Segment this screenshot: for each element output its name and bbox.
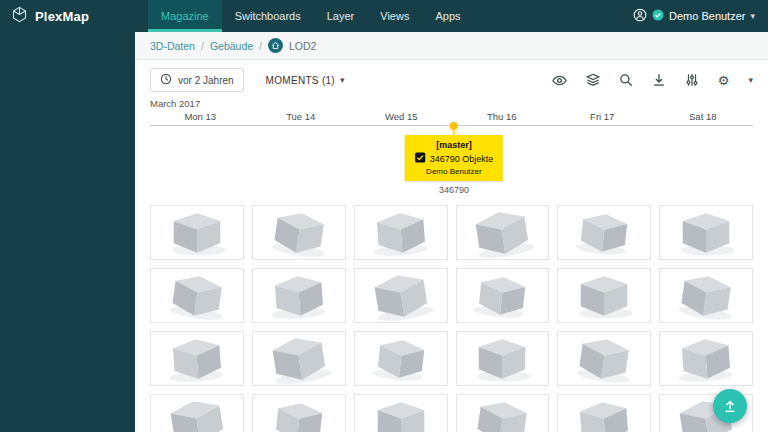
building-3d-render	[563, 394, 646, 432]
building-3d-render	[257, 268, 340, 323]
building-3d-render	[459, 394, 545, 432]
day-label: Tue 14	[251, 111, 352, 125]
chevron-down-icon: ▾	[340, 75, 345, 85]
building-thumbnail[interactable]	[659, 205, 753, 260]
building-3d-render	[154, 268, 240, 323]
moment-tag: [master]	[415, 140, 494, 150]
nav-item-views[interactable]: Views	[367, 0, 422, 32]
building-3d-render	[361, 397, 441, 432]
building-thumbnail[interactable]	[557, 205, 651, 260]
building-thumbnail[interactable]	[252, 394, 346, 432]
building-thumbnail[interactable]	[150, 394, 244, 432]
chevron-down-icon: ▾	[748, 76, 753, 85]
day-label: Fri 17	[552, 111, 653, 125]
building-3d-render	[258, 394, 339, 432]
main-nav: Magazine Switchboards Layer Views Apps	[148, 0, 474, 32]
nav-item-label: Magazine	[161, 10, 209, 22]
building-3d-render	[360, 331, 441, 386]
search-icon	[619, 73, 633, 87]
building-thumbnail[interactable]	[252, 331, 346, 386]
building-thumbnail[interactable]	[354, 394, 448, 432]
chevron-down-icon: ▾	[750, 11, 755, 21]
sliders-icon	[685, 73, 699, 87]
download-button[interactable]	[652, 73, 666, 87]
gear-icon: ⚙	[718, 74, 730, 87]
building-thumbnail[interactable]	[354, 205, 448, 260]
building-thumbnail[interactable]	[557, 268, 651, 323]
building-thumbnail[interactable]	[557, 331, 651, 386]
nav-item-label: Apps	[435, 10, 460, 22]
thumbnail-grid	[135, 199, 768, 432]
breadcrumb-link-gebaeude[interactable]: Gebäude	[210, 40, 253, 52]
month-label: March 2017	[135, 92, 768, 111]
download-icon	[652, 73, 666, 87]
checkbox-icon	[415, 152, 426, 165]
building-thumbnail[interactable]	[456, 268, 550, 323]
timeline: Mon 13Tue 14Wed 15Thu 16Fri 17Sat 18 [ma…	[150, 111, 753, 199]
moment-tooltip: [master] 346790 Objekte Demo Benutzer	[405, 135, 504, 181]
building-3d-render	[664, 331, 747, 386]
building-3d-render	[157, 208, 237, 258]
building-3d-render	[564, 205, 645, 260]
marker-dot-icon	[450, 122, 458, 130]
breadcrumb: 3D-Daten / Gebäude / LOD2	[135, 32, 768, 60]
building-thumbnail[interactable]	[354, 331, 448, 386]
nav-item-label: Layer	[327, 10, 355, 22]
building-3d-render	[456, 205, 548, 260]
user-avatar-icon	[633, 8, 647, 24]
search-button[interactable]	[619, 73, 633, 87]
user-menu[interactable]: Demo Benutzer ▾	[633, 0, 768, 32]
building-3d-render	[256, 205, 342, 260]
building-thumbnail[interactable]	[659, 268, 753, 323]
brand-name: PlexMap	[35, 9, 89, 24]
day-label: Sat 18	[653, 111, 754, 125]
building-thumbnail[interactable]	[150, 268, 244, 323]
nav-item-magazine[interactable]: Magazine	[148, 0, 222, 32]
building-thumbnail[interactable]	[252, 205, 346, 260]
building-thumbnail[interactable]	[456, 205, 550, 260]
upload-icon	[722, 398, 738, 414]
filter-button[interactable]	[685, 73, 699, 87]
building-thumbnail[interactable]	[659, 331, 753, 386]
plexmap-logo-icon	[11, 6, 28, 26]
nav-item-apps[interactable]: Apps	[422, 0, 473, 32]
eye-icon	[552, 73, 567, 88]
clock-icon	[160, 73, 172, 87]
building-3d-render	[666, 208, 746, 258]
building-thumbnail[interactable]	[557, 394, 651, 432]
brand: PlexMap	[0, 0, 135, 32]
main-content: 3D-Daten / Gebäude / LOD2 vor 2 Jahren M…	[135, 32, 768, 432]
user-name: Demo Benutzer	[669, 10, 745, 22]
moments-label: MOMENTS (1)	[266, 75, 335, 86]
upload-fab[interactable]	[713, 389, 747, 423]
visibility-button[interactable]	[552, 73, 567, 88]
nav-item-label: Views	[380, 10, 409, 22]
moment-author: Demo Benutzer	[415, 167, 494, 176]
building-3d-render	[253, 331, 345, 386]
building-thumbnail[interactable]	[456, 331, 550, 386]
building-thumbnail[interactable]	[150, 331, 244, 386]
object-count: 346790	[439, 185, 469, 195]
building-3d-render	[151, 394, 243, 432]
nav-item-switchboards[interactable]: Switchboards	[222, 0, 314, 32]
time-filter-button[interactable]: vor 2 Jahren	[150, 68, 244, 92]
settings-button[interactable]: ⚙	[718, 74, 730, 87]
building-thumbnail[interactable]	[456, 394, 550, 432]
moment-marker[interactable]: [master] 346790 Objekte Demo Benutzer	[405, 122, 504, 181]
moments-dropdown[interactable]: MOMENTS (1) ▾	[260, 74, 351, 87]
nav-item-label: Switchboards	[235, 10, 301, 22]
building-3d-render	[564, 271, 644, 321]
breadcrumb-link-3d-daten[interactable]: 3D-Daten	[150, 40, 195, 52]
breadcrumb-current: LOD2	[289, 40, 316, 52]
building-thumbnail[interactable]	[150, 205, 244, 260]
nav-item-layer[interactable]: Layer	[314, 0, 368, 32]
building-thumbnail[interactable]	[354, 268, 448, 323]
verified-icon	[652, 9, 664, 23]
toolbar-icons: ⚙ ▾	[552, 73, 753, 88]
layers-button[interactable]	[586, 73, 600, 87]
building-3d-render	[462, 334, 542, 384]
building-3d-render	[663, 268, 749, 323]
more-dropdown[interactable]: ▾	[748, 76, 753, 85]
building-3d-render	[359, 205, 442, 260]
building-thumbnail[interactable]	[252, 268, 346, 323]
